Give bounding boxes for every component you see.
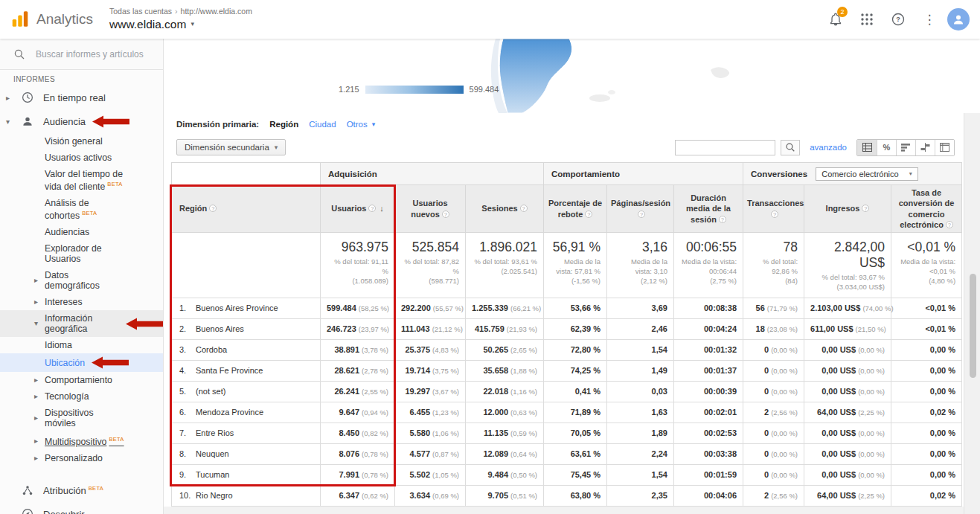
region-name[interactable]: Buenos Aires	[196, 324, 244, 333]
region-cell[interactable]: 8.Neuquen	[172, 443, 321, 464]
region-cell[interactable]: 5.(not set)	[172, 381, 321, 402]
sidebar-item-explorador-usuarios[interactable]: Explorador de Usuarios	[0, 240, 163, 267]
col-rebote[interactable]: Porcentaje de rebote?	[544, 185, 607, 233]
chevron-right-icon[interactable]: ▸	[34, 297, 45, 307]
chevron-right-icon[interactable]: ▸	[34, 413, 45, 423]
ecommerce-type-select[interactable]: Comercio electrónico ▾	[816, 167, 917, 181]
help-icon[interactable]: ?	[585, 211, 592, 218]
chevron-right-icon[interactable]: ▸	[6, 94, 18, 102]
sidebar-item-multidispositivo[interactable]: ▸MultidispositivoBETA	[0, 431, 163, 450]
comparison-view-button[interactable]	[915, 140, 935, 155]
dimension-city[interactable]: Ciudad	[309, 120, 336, 129]
help-icon[interactable]: ?	[946, 221, 953, 228]
notifications-button[interactable]: 2	[822, 6, 849, 33]
col-usuarios[interactable]: Usuarios?↓	[321, 185, 395, 233]
region-cell[interactable]: 10.Rio Negro	[172, 485, 321, 506]
region-name[interactable]: Neuquen	[196, 449, 229, 458]
region-cell[interactable]: 9.Tucuman	[172, 464, 321, 485]
table-view-button[interactable]	[857, 140, 877, 155]
help-icon[interactable]: ?	[862, 205, 869, 212]
table-row[interactable]: 5.(not set)26.241 (2,55 %)19.297 (3,67 %…	[172, 381, 962, 402]
property-selector[interactable]: www.eldia.com ▾	[109, 17, 252, 32]
help-icon[interactable]: ?	[368, 205, 376, 212]
sidebar-item-atribucion[interactable]: AtribuciónBETA	[0, 478, 163, 502]
table-row[interactable]: 10.Rio Negro6.347 (0,62 %)3.634 (0,69 %)…	[172, 485, 962, 506]
table-search-button[interactable]	[781, 140, 800, 155]
chevron-right-icon[interactable]: ▸	[34, 436, 45, 446]
sidebar-item-en-tiempo-real[interactable]: ▸En tiempo real	[0, 86, 163, 109]
percentage-view-button[interactable]: %	[877, 140, 896, 155]
region-cell[interactable]: 7.Entre Rios	[172, 423, 321, 443]
scrollbar-track[interactable]	[964, 113, 980, 514]
table-row[interactable]: 9.Tucuman7.991 (0,78 %)5.502 (1,05 %)9.4…	[172, 464, 962, 485]
sidebar-item-informacion-geografica[interactable]: ▾Información geográfica	[0, 310, 163, 337]
help-icon[interactable]: ?	[771, 211, 778, 218]
region-cell[interactable]: 6.Mendoza Province	[172, 402, 321, 423]
breadcrumb[interactable]: Todas las cuentas›http://www.eldia.com	[109, 7, 252, 17]
dimension-region[interactable]: Región	[269, 120, 298, 129]
col-duracion[interactable]: Duración media de la sesión?	[674, 185, 743, 233]
region-name[interactable]: (not set)	[196, 387, 225, 396]
sidebar-item-usuarios-activos[interactable]: Usuarios activos	[0, 150, 163, 166]
sidebar-item-ubicacion[interactable]: Ubicación	[0, 353, 163, 372]
sidebar-item-dispositivos-moviles[interactable]: ▸Dispositivos móviles	[0, 405, 163, 431]
table-row[interactable]: 6.Mendoza Province9.647 (0,94 %)6.455 (1…	[172, 402, 962, 423]
analytics-logo[interactable]: Analytics	[10, 10, 93, 29]
scrollbar-thumb[interactable]	[970, 274, 976, 378]
col-usuarios-nuevos[interactable]: Usuarios nuevos?	[395, 185, 466, 233]
region-name[interactable]: Santa Fe Province	[196, 366, 263, 375]
chevron-right-icon[interactable]: ▸	[34, 391, 45, 402]
region-cell[interactable]: 2.Buenos Aires	[172, 318, 321, 339]
col-tasa-conversion[interactable]: Tasa de conversión de comercio electróni…	[891, 185, 962, 233]
help-icon[interactable]: ?	[442, 211, 449, 218]
table-search-input[interactable]	[675, 140, 775, 155]
help-icon[interactable]: ?	[520, 205, 528, 212]
region-name[interactable]: Mendoza Province	[196, 408, 263, 417]
chevron-right-icon[interactable]: ▸	[34, 453, 45, 463]
sidebar-item-comportamiento[interactable]: ▸Comportamiento	[0, 372, 163, 388]
table-row[interactable]: 8.Neuquen8.076 (0,78 %)4.577 (0,87 %)12.…	[172, 443, 962, 464]
sidebar-item-valor-tiempo-vida-cliente[interactable]: Valor del tiempo de vida del clienteBETA	[0, 166, 163, 195]
region-name[interactable]: Buenos Aires Province	[196, 303, 278, 312]
sidebar-item-personalizado[interactable]: ▸Personalizado	[0, 450, 163, 466]
table-row[interactable]: 4.Santa Fe Province28.621 (2,78 %)19.714…	[172, 360, 962, 381]
chevron-down-icon[interactable]: ▾	[6, 118, 18, 126]
region-name[interactable]: Rio Negro	[196, 491, 233, 500]
region-name[interactable]: Tucuman	[196, 470, 229, 479]
region-name[interactable]: Entre Rios	[196, 428, 234, 437]
sidebar-item-vision-general[interactable]: Visión general	[0, 133, 163, 150]
region-cell[interactable]: 1.Buenos Aires Province	[172, 298, 321, 318]
region-cell[interactable]: 4.Santa Fe Province	[172, 360, 321, 381]
sidebar-search[interactable]	[0, 39, 163, 70]
col-transacciones[interactable]: Transacciones?	[743, 185, 804, 233]
apps-grid-button[interactable]	[854, 6, 880, 33]
table-row[interactable]: 7.Entre Rios8.450 (0,82 %)5.580 (1,06 %)…	[172, 423, 962, 443]
advanced-filter-link[interactable]: avanzado	[810, 143, 847, 152]
secondary-dimension-button[interactable]: Dimensión secundaria ▾	[176, 139, 286, 155]
help-icon[interactable]: ?	[209, 205, 217, 212]
map-argentina-shape[interactable]	[164, 39, 964, 113]
pivot-view-button[interactable]	[935, 140, 954, 155]
region-cell[interactable]: 3.Cordoba	[172, 339, 321, 360]
table-row[interactable]: 3.Cordoba38.891 (3,78 %)25.375 (4,83 %)5…	[172, 339, 962, 360]
sidebar-item-datos-demograficos[interactable]: ▸Datos demográficos	[0, 267, 163, 294]
help-icon[interactable]: ?	[719, 216, 726, 223]
sidebar-item-audiencias[interactable]: Audiencias	[0, 224, 163, 240]
chevron-right-icon[interactable]: ▸	[34, 275, 45, 286]
table-row[interactable]: 1.Buenos Aires Province599.484 (58,25 %)…	[172, 298, 962, 318]
col-sesiones[interactable]: Sesiones?	[466, 185, 544, 233]
help-button[interactable]: ?	[885, 6, 912, 33]
breadcrumb-accounts[interactable]: Todas las cuentas	[109, 7, 172, 16]
sidebar-item-tecnologia[interactable]: ▸Tecnología	[0, 388, 163, 405]
sidebar-item-audiencia[interactable]: ▾Audiencia	[0, 109, 163, 133]
col-ingresos[interactable]: Ingresos?	[804, 185, 891, 233]
col-region[interactable]: Región?	[172, 185, 321, 233]
sidebar-item-idioma[interactable]: Idioma	[0, 337, 163, 353]
help-icon[interactable]: ?	[638, 211, 645, 218]
search-input[interactable]	[34, 48, 147, 60]
dimension-other[interactable]: Otros	[347, 120, 368, 129]
sidebar-item-descubrir[interactable]: Descubrir	[0, 502, 163, 514]
breadcrumb-property-url[interactable]: http://www.eldia.com	[181, 7, 252, 16]
sidebar-item-analisis-cohortes[interactable]: Análisis de cohortesBETA	[0, 195, 163, 224]
col-paginas-sesion[interactable]: Páginas/sesión?	[607, 185, 674, 233]
